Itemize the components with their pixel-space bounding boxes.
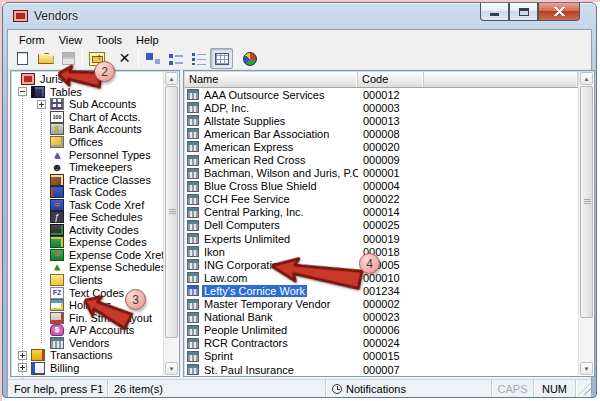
tree-item[interactable]: Personnel Types (12, 148, 163, 161)
Sprint[interactable]: Sprint 000015 (185, 350, 578, 363)
vendor-code: 000008 (358, 128, 424, 140)
toolbar-icon (38, 53, 54, 64)
Blue Cross Blue Shield[interactable]: Blue Cross Blue Shield 000004 (185, 180, 578, 193)
vendor-icon (187, 89, 199, 100)
tree-rows: Juris Tables Sub Accounts Chart of Accts… (12, 73, 163, 375)
ADP, Inc.[interactable]: ADP, Inc. 000003 (185, 101, 578, 114)
tree-item[interactable]: Fee Schedules (12, 211, 163, 224)
tree-item[interactable]: A/P Accounts (12, 324, 163, 337)
scroll-up-icon[interactable]: ▲ (165, 72, 178, 85)
American Express[interactable]: American Express 000020 (185, 140, 578, 153)
vendor-name: Lefty's Cornice Work (202, 285, 307, 297)
tree-scrollbar-thumb[interactable] (165, 86, 178, 338)
tree-item[interactable]: Billing (12, 362, 163, 375)
American Bar Association[interactable]: American Bar Association 000008 (185, 127, 578, 140)
close-button[interactable] (538, 3, 580, 21)
Bachman, Wilson and Juris, P.C.[interactable]: Bachman, Wilson and Juris, P.C. 000001 (185, 167, 578, 180)
tree-item[interactable]: Inquiry - Reports (12, 374, 163, 375)
column-header[interactable] (424, 72, 578, 87)
vendor-icon (187, 285, 199, 296)
St. Paul Insurance[interactable]: St. Paul Insurance 000007 (185, 363, 578, 375)
details-view-button[interactable] (210, 48, 233, 69)
list-scrollbar-thumb[interactable] (580, 86, 593, 318)
list-rows: AAA Outsource Services 000012 ADP, Inc. … (185, 88, 578, 375)
tree-item-label: Expense Code Xref (67, 249, 163, 261)
small-icons-view-button[interactable] (164, 48, 187, 69)
chart-button[interactable] (238, 48, 261, 69)
callout-badge-3: 3 (125, 289, 146, 310)
tree-item[interactable]: Transactions (12, 349, 163, 362)
Ikon[interactable]: Ikon 000018 (185, 245, 578, 258)
list-scrollbar[interactable]: ▲ ▼ (578, 72, 593, 375)
tree-item[interactable]: Expense Code Xref (12, 249, 163, 262)
tree-item[interactable]: Bank Accounts (12, 123, 163, 136)
status-num-indicator: NUM (534, 380, 576, 397)
new-button[interactable] (11, 48, 34, 69)
National Bank[interactable]: National Bank 000023 (185, 311, 578, 324)
tree-item[interactable]: Task Codes (12, 186, 163, 199)
menu-item[interactable]: Help (129, 33, 166, 47)
menu-item[interactable]: Form (12, 33, 52, 47)
column-header[interactable]: Code (358, 72, 424, 87)
tree-expander-icon[interactable] (37, 100, 46, 109)
ING Corporation[interactable]: ING Corporation 000005 (185, 258, 578, 271)
vendor-code: 001234 (358, 285, 424, 297)
vendor-name: American Bar Association (202, 128, 331, 140)
People Unlimited[interactable]: People Unlimited 000006 (185, 324, 578, 337)
tree-item[interactable]: Task Code Xref (12, 198, 163, 211)
tree-scrollbar[interactable]: ▲ ▼ (163, 72, 178, 375)
Lefty's Cornice Work[interactable]: Lefty's Cornice Work 001234 (185, 284, 578, 297)
Allstate Supplies[interactable]: Allstate Supplies 000013 (185, 114, 578, 127)
tree-item[interactable]: Expense Codes (12, 236, 163, 249)
RCR Contractors[interactable]: RCR Contractors 000024 (185, 337, 578, 350)
tree-item[interactable]: Practice Classes (12, 173, 163, 186)
status-help-text: For help, press F1 (8, 380, 108, 397)
tree-item[interactable]: Expense Schedules (12, 261, 163, 274)
tree-item[interactable]: Activity Codes (12, 224, 163, 237)
minimize-button[interactable] (480, 3, 509, 21)
tree-item-icon (50, 199, 64, 211)
tree-item[interactable]: Chart of Accts. (12, 111, 163, 124)
vendor-name: People Unlimited (202, 324, 289, 336)
tree-item-label: Vendors (67, 337, 111, 349)
menu-item[interactable]: View (52, 33, 90, 47)
Experts Unlimited[interactable]: Experts Unlimited 000019 (185, 232, 578, 245)
menu-item[interactable]: Tools (89, 33, 129, 47)
vendor-code: 000023 (358, 311, 424, 323)
scroll-down-icon[interactable]: ▼ (165, 362, 178, 375)
resize-grip[interactable] (578, 382, 591, 395)
open-button[interactable] (34, 48, 57, 69)
list-view-button[interactable] (187, 48, 210, 69)
tree-item[interactable]: Vendors (12, 336, 163, 349)
large-icons-view-button[interactable] (141, 48, 164, 69)
Dell Computers[interactable]: Dell Computers 000025 (185, 219, 578, 232)
tree-item-icon (50, 211, 64, 223)
delete-button[interactable] (113, 48, 136, 69)
AAA Outsource Services[interactable]: AAA Outsource Services 000012 (185, 88, 578, 101)
title-bar[interactable]: Vendors (3, 3, 596, 29)
tree-item-label: Personnel Types (67, 149, 153, 161)
status-notifications[interactable]: Notifications (326, 380, 492, 397)
vendor-icon (187, 272, 199, 283)
Central Parking, Inc.[interactable]: Central Parking, Inc. 000014 (185, 206, 578, 219)
tree-item[interactable]: Timekeepers (12, 161, 163, 174)
Law.com[interactable]: Law.com 000010 (185, 271, 578, 284)
tree-item[interactable]: Clients (12, 274, 163, 287)
tree-expander-icon[interactable] (18, 351, 27, 360)
American Red Cross[interactable]: American Red Cross 000009 (185, 153, 578, 166)
tree-item-icon (50, 337, 64, 349)
tree-item-icon (50, 299, 64, 311)
Master Temporary Vendor[interactable]: Master Temporary Vendor 000002 (185, 298, 578, 311)
tree-expander-icon[interactable] (18, 87, 27, 96)
scroll-up-icon[interactable]: ▲ (580, 72, 593, 85)
tree-item-label: Offices (67, 136, 105, 148)
toolbar-icon (17, 52, 28, 65)
tree-item[interactable]: Sub Accounts (12, 98, 163, 111)
CCH Fee Service[interactable]: CCH Fee Service 000022 (185, 193, 578, 206)
maximize-button[interactable] (509, 3, 538, 21)
tree-expander-icon[interactable] (18, 363, 27, 372)
vendor-code: 000001 (358, 167, 424, 179)
scroll-down-icon[interactable]: ▼ (580, 362, 593, 375)
column-header[interactable]: Name (185, 72, 358, 87)
tree-item[interactable]: Offices (12, 136, 163, 149)
